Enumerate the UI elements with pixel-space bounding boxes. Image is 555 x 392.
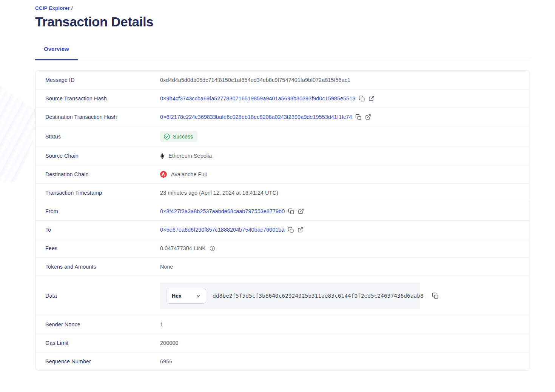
timestamp-value: 23 minutes ago (April 12, 2024 at 16:41:…	[160, 190, 278, 196]
external-link-icon[interactable]	[368, 95, 375, 101]
copy-icon[interactable]	[288, 208, 294, 215]
table-row-dest-chain: Destination Chain Avalanche Fuji	[35, 165, 530, 183]
dest-chain-value: Avalanche Fuji	[160, 171, 207, 178]
from-address-link[interactable]: 0×8f427f3a3a8b2537aabde68caab797553e8779…	[160, 208, 285, 214]
avalanche-icon	[160, 171, 167, 178]
table-row-timestamp: Transaction Timestamp 23 minutes ago (Ap…	[35, 183, 530, 202]
row-label: Source Transaction Hash	[35, 95, 160, 101]
tab-overview[interactable]: Overview	[35, 42, 78, 60]
ethereum-icon	[160, 153, 164, 159]
copy-icon[interactable]	[359, 95, 365, 102]
row-label: Status	[35, 134, 160, 140]
tab-bar: Overview	[35, 42, 530, 60]
gas-limit-value: 200000	[160, 340, 178, 346]
copy-icon[interactable]	[355, 114, 362, 120]
page-title: Transaction Details	[35, 14, 530, 29]
row-label: Fees	[35, 245, 160, 251]
table-row-sender-nonce: Sender Nonce 1	[35, 315, 530, 334]
source-chain-name: Ethereum Sepolia	[168, 153, 212, 159]
row-label: Gas Limit	[35, 340, 160, 346]
external-link-icon[interactable]	[298, 227, 304, 233]
breadcrumb-separator: /	[71, 5, 73, 11]
tokens-value: None	[160, 264, 173, 270]
main-content: CCIP Explorer / Transaction Details Over…	[35, 5, 530, 371]
table-row-message-id: Message ID 0xd4d4a5d0db05dc714f8150c1af6…	[35, 71, 530, 89]
message-id-value: 0xd4d4a5d0db05dc714f8150c1af654ed34eb8c9…	[160, 77, 350, 83]
table-row-status: Status Success	[35, 126, 530, 146]
source-tx-hash-link[interactable]: 0×9b4cf3743ccba69fa5277830716519859a9401…	[160, 95, 355, 101]
row-label: Destination Transaction Hash	[35, 114, 160, 120]
external-link-icon[interactable]	[365, 114, 371, 120]
source-chain-value: Ethereum Sepolia	[160, 153, 212, 159]
status-badge: Success	[160, 131, 197, 142]
row-label: Sequence Number	[35, 358, 160, 364]
info-icon[interactable]	[210, 246, 215, 251]
sequence-number-value: 6956	[160, 358, 172, 364]
external-link-icon[interactable]	[298, 208, 304, 214]
table-row-from: From 0×8f427f3a3a8b2537aabde68caab797553…	[35, 202, 530, 220]
table-row-to: To 0×5e67ea6d6f290f857c1888204b7540bac76…	[35, 220, 530, 239]
row-label: Destination Chain	[35, 171, 160, 177]
copy-icon[interactable]	[288, 227, 294, 233]
sender-nonce-value: 1	[160, 321, 163, 327]
fees-value: 0.047477304 LINK	[160, 245, 206, 251]
breadcrumb: CCIP Explorer /	[35, 5, 530, 11]
data-hex-box: Hex dd8be2f5f5d5cf3b8640c62924025b311ae8…	[160, 283, 420, 309]
transaction-detail-table: Message ID 0xd4d4a5d0db05dc714f8150c1af6…	[35, 70, 530, 371]
data-format-selected: Hex	[172, 293, 182, 299]
table-row-data: Data Hex dd8be2f5f5d5cf3b8640c62924025b3…	[35, 276, 530, 315]
data-format-select[interactable]: Hex	[166, 288, 206, 304]
data-hex-value: dd8be2f5f5d5cf3b8640c62924025b311ae83c61…	[213, 293, 424, 299]
status-badge-label: Success	[173, 134, 193, 140]
table-row-dest-tx-hash: Destination Transaction Hash 0×6f2178c22…	[35, 108, 530, 126]
copy-icon[interactable]	[432, 292, 439, 299]
dest-tx-hash-link[interactable]: 0×6f2178c224c369833bafe6c028eb18ec8208a0…	[160, 114, 352, 120]
check-circle-icon	[163, 133, 170, 140]
row-label: Source Chain	[35, 153, 160, 159]
table-row-tokens: Tokens and Amounts None	[35, 257, 530, 276]
row-label: Data	[35, 293, 160, 299]
row-label: Message ID	[35, 77, 160, 83]
row-label: Sender Nonce	[35, 321, 160, 327]
table-row-sequence-number: Sequence Number 6956	[35, 352, 530, 370]
table-row-fees: Fees 0.047477304 LINK	[35, 239, 530, 257]
row-label: Tokens and Amounts	[35, 264, 160, 270]
table-row-gas-limit: Gas Limit 200000	[35, 334, 530, 352]
chevron-down-icon	[196, 294, 200, 298]
breadcrumb-link-ccip-explorer[interactable]: CCIP Explorer	[35, 5, 70, 11]
row-label: From	[35, 208, 160, 214]
to-address-link[interactable]: 0×5e67ea6d6f290f857c1888204b7540bac76001…	[160, 227, 284, 233]
row-label: Transaction Timestamp	[35, 190, 160, 196]
row-label: To	[35, 227, 160, 233]
table-row-source-tx-hash: Source Transaction Hash 0×9b4cf3743ccba6…	[35, 89, 530, 108]
dest-chain-name: Avalanche Fuji	[171, 171, 207, 177]
table-row-source-chain: Source Chain Ethereum Sepolia	[35, 146, 530, 165]
